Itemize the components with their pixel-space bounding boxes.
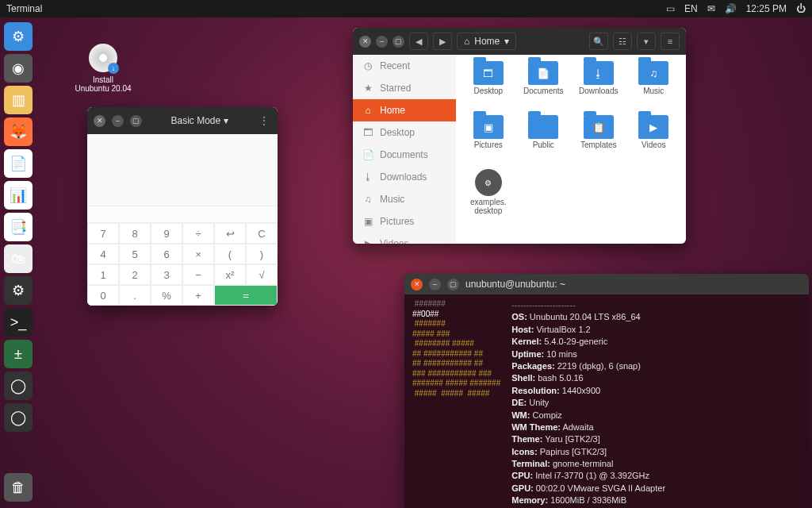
maximize-icon[interactable]: ▢ — [130, 115, 142, 127]
hamburger-icon[interactable]: ⋮ — [257, 115, 271, 126]
home-icon: ⌂ — [362, 105, 373, 116]
maximize-icon[interactable]: ▢ — [447, 279, 459, 291]
folder-downloads[interactable]: ⭳Downloads — [573, 61, 625, 112]
calc-key-×[interactable]: × — [182, 244, 214, 264]
calc-key-+[interactable]: + — [182, 285, 214, 306]
calc-key-0[interactable]: 0 — [87, 285, 119, 306]
calc-key-.[interactable]: . — [119, 285, 151, 306]
documents-icon: 📄 — [362, 149, 373, 160]
sidebar-item-starred[interactable]: ★Starred — [353, 77, 456, 99]
dock-item-installer[interactable]: ◉ — [4, 54, 33, 83]
volume-icon[interactable]: 🔊 — [725, 3, 737, 14]
calc-key-x²[interactable]: x² — [214, 264, 246, 285]
desktop-installer-icon[interactable]: ↓ Install Unubuntu 20.04 — [71, 44, 135, 93]
terminal-title: unubuntu@unubuntu: ~ — [465, 279, 565, 290]
dock-item-tweaks[interactable]: ⚙ — [4, 276, 33, 305]
calc-key-−[interactable]: − — [182, 264, 214, 285]
activities-label[interactable]: Terminal — [6, 3, 42, 14]
neofetch-ascii: ####### ##00## ####### ##### ### #######… — [412, 299, 500, 398]
calc-key-↩[interactable]: ↩ — [214, 223, 246, 244]
dock: ⚙◉▥🦊📄📊📑🛍⚙>_±◯◯🗑 — [0, 17, 36, 508]
close-icon[interactable]: ✕ — [94, 115, 105, 127]
desktop-icon: 🗔 — [362, 127, 373, 138]
calc-key-)[interactable]: ) — [246, 244, 278, 264]
calc-key-([interactable]: ( — [214, 244, 246, 264]
terminal-body[interactable]: ####### ##00## ####### ##### ### #######… — [404, 294, 809, 508]
calc-display — [87, 134, 278, 206]
view-dropdown-icon[interactable]: ▾ — [637, 33, 656, 50]
folder-music[interactable]: ♫Music — [628, 61, 680, 112]
hamburger-icon[interactable]: ≡ — [661, 33, 680, 50]
calc-key-4[interactable]: 4 — [87, 244, 119, 264]
top-bar: Terminal ▭ EN ✉ 🔊 12:25 PM ⏻ — [0, 0, 812, 17]
calc-key-6[interactable]: 6 — [151, 244, 182, 264]
dock-item-software[interactable]: 🛍 — [4, 244, 33, 273]
path-bar[interactable]: ⌂ Home ▾ — [457, 33, 516, 50]
dock-item-terminal[interactable]: >_ — [4, 308, 33, 337]
calc-key-÷[interactable]: ÷ — [182, 223, 214, 244]
maximize-icon[interactable]: ▢ — [393, 36, 404, 48]
sidebar-item-desktop[interactable]: 🗔Desktop — [353, 121, 456, 144]
dock-item-impress[interactable]: 📑 — [4, 213, 33, 241]
desktop-icon-label-2: Unubuntu 20.04 — [71, 84, 135, 93]
sidebar-item-pictures[interactable]: ▣Pictures — [353, 210, 456, 233]
dock-trash[interactable]: 🗑 — [4, 473, 33, 502]
search-icon[interactable]: 🔍 — [589, 33, 608, 50]
starred-icon: ★ — [362, 83, 373, 94]
sidebar-item-videos[interactable]: ▶Videos — [353, 233, 456, 244]
calc-key-8[interactable]: 8 — [119, 223, 151, 244]
sidebar-item-downloads[interactable]: ⭳Downloads — [353, 166, 456, 188]
sidebar-item-home[interactable]: ⌂Home — [353, 99, 456, 121]
calc-key-=[interactable]: = — [214, 285, 278, 306]
keyboard-lang[interactable]: EN — [684, 3, 698, 14]
forward-button[interactable]: ▶ — [433, 33, 452, 50]
clock[interactable]: 12:25 PM — [746, 3, 787, 14]
desktop-icon-label-1: Install — [71, 75, 135, 84]
download-badge-icon: ↓ — [108, 63, 119, 74]
chevron-down-icon: ▾ — [504, 36, 509, 47]
minimize-icon[interactable]: – — [376, 36, 388, 48]
sidebar-item-music[interactable]: ♫Music — [353, 188, 456, 210]
back-button[interactable]: ◀ — [409, 33, 428, 50]
dock-item-disk1[interactable]: ◯ — [4, 371, 33, 400]
folder-pictures[interactable]: ▣Pictures — [462, 115, 515, 166]
mail-icon[interactable]: ✉ — [707, 3, 715, 14]
folder-public[interactable]: Public — [518, 115, 570, 166]
folder-videos[interactable]: ▶Videos — [628, 115, 680, 166]
dock-item-firefox[interactable]: 🦊 — [4, 117, 33, 146]
screen-icon[interactable]: ▭ — [666, 3, 675, 14]
calc-key-%[interactable]: % — [151, 285, 182, 306]
sidebar-item-recent[interactable]: ◷Recent — [353, 55, 456, 77]
sidebar-item-documents[interactable]: 📄Documents — [353, 144, 456, 166]
folder-desktop[interactable]: 🗔Desktop — [462, 61, 515, 112]
recent-icon: ◷ — [362, 60, 373, 71]
close-icon[interactable]: ✕ — [411, 279, 423, 291]
calc-key-√[interactable]: √ — [246, 264, 278, 285]
dock-item-calculator[interactable]: ± — [4, 340, 33, 368]
dock-item-settings[interactable]: ⚙ — [4, 22, 33, 51]
calc-key-2[interactable]: 2 — [119, 264, 151, 285]
calc-mode-dropdown[interactable]: Basic Mode ▾ — [148, 115, 251, 126]
power-icon[interactable]: ⏻ — [796, 3, 806, 14]
dock-item-writer[interactable]: 📄 — [4, 149, 33, 178]
folder-templates[interactable]: 📋Templates — [573, 115, 625, 166]
close-icon[interactable]: ✕ — [359, 36, 371, 48]
calc-key-3[interactable]: 3 — [151, 264, 182, 285]
calc-key-5[interactable]: 5 — [119, 244, 151, 264]
dock-item-files[interactable]: ▥ — [4, 86, 33, 114]
dock-item-calc[interactable]: 📊 — [4, 181, 33, 210]
file-examples-desktop[interactable]: ⚙examples. desktop — [462, 169, 515, 220]
dock-item-disk2[interactable]: ◯ — [4, 403, 33, 432]
calc-key-7[interactable]: 7 — [87, 223, 119, 244]
calc-key-1[interactable]: 1 — [87, 264, 119, 285]
minimize-icon[interactable]: – — [112, 115, 124, 127]
file-manager-sidebar: ◷Recent★Starred⌂Home🗔Desktop📄Documents⭳D… — [353, 55, 456, 244]
folder-documents[interactable]: 📄Documents — [518, 61, 570, 112]
calc-key-C[interactable]: C — [246, 223, 278, 244]
file-manager-folder-view[interactable]: 🗔Desktop📄Documents⭳Downloads♫Music▣Pictu… — [456, 55, 686, 244]
file-manager-window: ✕ – ▢ ◀ ▶ ⌂ Home ▾ 🔍 ☷ ▾ ≡ ◷Recent★Starr… — [353, 28, 686, 244]
calc-input[interactable] — [87, 206, 278, 223]
minimize-icon[interactable]: – — [429, 279, 441, 291]
view-toggle-icon[interactable]: ☷ — [613, 33, 632, 50]
calc-key-9[interactable]: 9 — [151, 223, 182, 244]
